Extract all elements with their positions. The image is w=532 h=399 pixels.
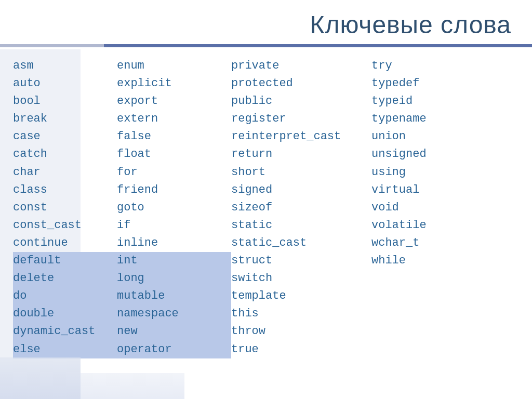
keyword-item: template: [231, 287, 371, 305]
keyword-item: wchar_t: [371, 234, 465, 252]
keyword-item: enum: [117, 57, 231, 75]
keyword-item: operator: [117, 341, 231, 358]
keyword-item: const_cast: [13, 217, 117, 234]
keyword-item: using: [371, 164, 465, 181]
title-area: Ключевые слова: [137, 0, 532, 44]
keyword-item: class: [13, 181, 117, 199]
keyword-item: volatile: [371, 217, 465, 234]
keyword-item: typename: [371, 110, 465, 128]
keyword-col-3: privateprotectedpublicregisterreinterpre…: [231, 57, 371, 358]
keyword-item: static: [231, 217, 371, 234]
bar-right: [104, 44, 532, 47]
keyword-item: float: [117, 145, 231, 163]
keyword-item: asm: [13, 57, 117, 75]
keyword-item: int: [117, 252, 231, 270]
keyword-item: typeid: [371, 92, 465, 110]
keyword-item: if: [117, 217, 231, 234]
keyword-item: sizeof: [231, 199, 371, 217]
keyword-col-2: enumexplicitexportexternfalsefloatforfri…: [117, 57, 231, 358]
keyword-item: short: [231, 164, 371, 181]
bottom-mid-decoration: [81, 373, 184, 399]
keyword-item: while: [371, 252, 465, 270]
keyword-item: explicit: [117, 75, 231, 92]
keyword-item: public: [231, 92, 371, 110]
keyword-item: virtual: [371, 181, 465, 199]
keyword-item: protected: [231, 75, 371, 92]
keywords-grid: asmautoboolbreakcasecatchcharclassconstc…: [13, 57, 519, 358]
keyword-item: union: [371, 128, 465, 145]
decorative-bars: [0, 44, 532, 47]
page-title: Ключевые слова: [310, 10, 511, 39]
keyword-item: reinterpret_cast: [231, 128, 371, 145]
keyword-item: goto: [117, 199, 231, 217]
keyword-item: unsigned: [371, 145, 465, 163]
keyword-item: new: [117, 323, 231, 340]
keyword-item: false: [117, 128, 231, 145]
keyword-item: dynamic_cast: [13, 323, 117, 340]
bottom-left-decoration: [0, 357, 81, 399]
keyword-item: this: [231, 305, 371, 323]
keyword-col-4: trytypedeftypeidtypenameunionunsignedusi…: [371, 57, 465, 358]
keyword-col-1: asmautoboolbreakcasecatchcharclassconstc…: [13, 57, 117, 358]
keyword-item: void: [371, 199, 465, 217]
keyword-item: bool: [13, 92, 117, 110]
bar-left: [0, 44, 104, 47]
keyword-item: catch: [13, 145, 117, 163]
keyword-item: true: [231, 341, 371, 358]
keyword-item: try: [371, 57, 465, 75]
keyword-item: export: [117, 92, 231, 110]
keyword-item: case: [13, 128, 117, 145]
keyword-item: static_cast: [231, 234, 371, 252]
keyword-item: long: [117, 270, 231, 287]
keyword-item: for: [117, 164, 231, 181]
keyword-item: delete: [13, 270, 117, 287]
keyword-item: const: [13, 199, 117, 217]
slide-container: Ключевые слова asmautoboolbreakcasecatch…: [0, 0, 532, 399]
keyword-item: namespace: [117, 305, 231, 323]
keyword-item: struct: [231, 252, 371, 270]
keyword-item: register: [231, 110, 371, 128]
keyword-item: switch: [231, 270, 371, 287]
keyword-item: do: [13, 287, 117, 305]
keyword-item: default: [13, 252, 117, 270]
keyword-item: else: [13, 341, 117, 358]
keyword-item: continue: [13, 234, 117, 252]
keyword-item: throw: [231, 323, 371, 340]
keyword-item: double: [13, 305, 117, 323]
keyword-item: friend: [117, 181, 231, 199]
keyword-item: signed: [231, 181, 371, 199]
keyword-item: return: [231, 145, 371, 163]
keyword-item: private: [231, 57, 371, 75]
keyword-item: typedef: [371, 75, 465, 92]
keyword-item: break: [13, 110, 117, 128]
keyword-item: inline: [117, 234, 231, 252]
keyword-item: mutable: [117, 287, 231, 305]
keyword-item: auto: [13, 75, 117, 92]
keyword-item: char: [13, 164, 117, 181]
keyword-item: extern: [117, 110, 231, 128]
